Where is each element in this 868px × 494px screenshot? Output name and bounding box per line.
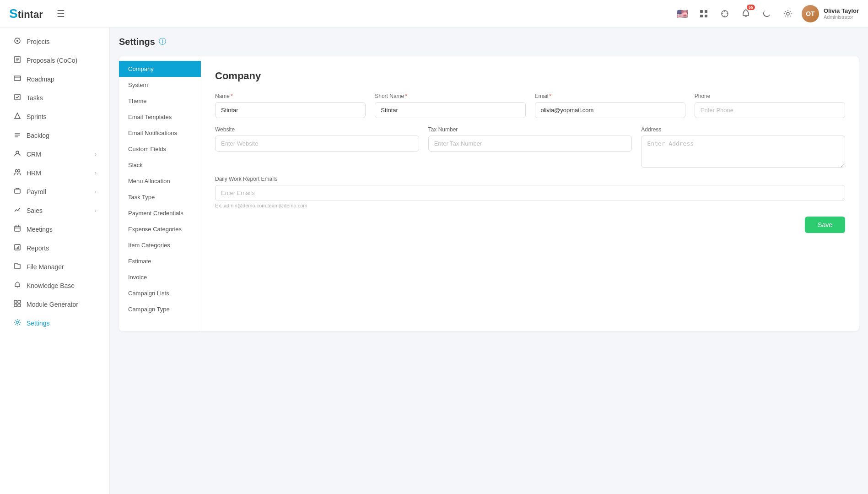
svg-rect-38	[14, 304, 17, 307]
daily-report-label: Daily Work Report Emails	[215, 176, 845, 182]
settings-nav-email-templates[interactable]: Email Templates	[119, 109, 201, 125]
svg-rect-3	[705, 15, 707, 17]
sidebar-item-knowledge-base[interactable]: Knowledge Base	[4, 277, 106, 295]
sidebar-label-module-generator: Module Generator	[27, 301, 78, 308]
payroll-chevron-icon: ›	[95, 189, 97, 195]
sidebar-item-tasks[interactable]: Tasks	[4, 89, 106, 107]
name-input[interactable]	[215, 102, 366, 118]
sidebar-item-roadmap[interactable]: Roadmap	[4, 70, 106, 88]
sidebar-label-hrm: HRM	[27, 169, 41, 177]
settings-nav-email-notifications[interactable]: Email Notifications	[119, 125, 201, 141]
svg-rect-26	[15, 189, 20, 193]
page-title: Settings	[119, 37, 155, 47]
sales-chevron-icon: ›	[95, 207, 97, 214]
website-label: Website	[215, 126, 419, 133]
name-group: Name*	[215, 93, 366, 118]
sidebar-label-settings: Settings	[27, 320, 50, 327]
crosshair-icon[interactable]	[717, 6, 732, 21]
hamburger-button[interactable]: ☰	[57, 8, 65, 19]
email-group: Email*	[535, 93, 685, 118]
sidebar-item-backlog[interactable]: Backlog	[4, 126, 106, 145]
notification-bell[interactable]: 55	[739, 6, 753, 21]
settings-nav-campaign-type[interactable]: Campaign Type	[119, 301, 201, 317]
sidebar-label-meetings: Meetings	[27, 226, 53, 233]
settings-nav-theme[interactable]: Theme	[119, 93, 201, 109]
phone-label: Phone	[695, 93, 845, 99]
name-required: *	[231, 93, 233, 99]
settings-nav-estimate[interactable]: Estimate	[119, 253, 201, 269]
settings-sidebar: CompanySystemThemeEmail TemplatesEmail N…	[119, 56, 201, 331]
sidebar-item-payroll[interactable]: Payroll›	[4, 183, 106, 201]
sidebar-label-backlog: Backlog	[27, 132, 49, 139]
phone-group: Phone	[695, 93, 845, 118]
proposals-icon	[13, 56, 22, 65]
sidebar-label-knowledge-base: Knowledge Base	[27, 282, 75, 289]
form-row-3: Daily Work Report Emails Ex. admin@demo.…	[215, 176, 845, 208]
apps-icon[interactable]	[696, 6, 711, 21]
settings-nav-task-type[interactable]: Task Type	[119, 189, 201, 205]
form-footer: Save	[215, 217, 845, 233]
svg-point-23	[16, 151, 19, 154]
dark-mode-toggle[interactable]	[760, 6, 774, 21]
avatar-image: OT	[802, 5, 819, 22]
svg-rect-1	[705, 10, 707, 13]
website-input[interactable]	[215, 136, 419, 152]
sidebar-item-module-generator[interactable]: Module Generator	[4, 295, 106, 314]
roadmap-icon	[13, 75, 22, 84]
form-row-2: Website Tax Number Address	[215, 126, 845, 168]
name-label: Name*	[215, 93, 366, 99]
tax-number-input[interactable]	[428, 136, 632, 152]
sidebar-item-sprints[interactable]: Sprints	[4, 108, 106, 126]
settings-nav-payment-credentials[interactable]: Payment Credentials	[119, 205, 201, 221]
sprints-icon	[13, 112, 22, 121]
short-name-label: Short Name*	[375, 93, 525, 99]
settings-icon[interactable]	[781, 6, 795, 21]
avatar: OT	[802, 5, 819, 22]
sidebar-item-projects[interactable]: Projects	[4, 33, 106, 51]
form-row-1: Name* Short Name* Email*	[215, 93, 845, 118]
sidebar-item-sales[interactable]: Sales›	[4, 201, 106, 220]
sidebar-item-reports[interactable]: Reports	[4, 239, 106, 257]
sidebar-item-crm[interactable]: CRM›	[4, 145, 106, 163]
logo: Stintar	[9, 6, 43, 21]
daily-report-input[interactable]	[215, 185, 845, 201]
user-profile[interactable]: OT Olivia Taylor Administrator	[802, 5, 859, 22]
sidebar-label-sales: Sales	[27, 207, 43, 214]
settings-nav-menu-allocation[interactable]: Menu Allocation	[119, 173, 201, 189]
sidebar-item-proposals[interactable]: Proposals (CoCo)	[4, 51, 106, 70]
flag-icon: 🇺🇸	[677, 8, 688, 19]
user-name: Olivia Taylor	[824, 7, 859, 14]
sidebar-item-meetings[interactable]: Meetings	[4, 220, 106, 239]
language-selector[interactable]: 🇺🇸	[675, 6, 690, 21]
settings-nav-company[interactable]: Company	[119, 61, 201, 77]
settings-nav-slack[interactable]: Slack	[119, 157, 201, 173]
short-name-group: Short Name*	[375, 93, 525, 118]
svg-marker-19	[15, 113, 20, 119]
svg-rect-39	[18, 304, 21, 307]
settings-nav-system[interactable]: System	[119, 77, 201, 93]
hrm-icon	[13, 168, 22, 178]
phone-input[interactable]	[695, 102, 845, 118]
settings-nav-item-categories[interactable]: Item Categories	[119, 237, 201, 253]
address-group: Address	[641, 126, 845, 168]
sales-icon	[13, 206, 22, 215]
settings-nav-expense-categories[interactable]: Expense Categories	[119, 221, 201, 237]
settings-nav-invoice[interactable]: Invoice	[119, 269, 201, 285]
email-input[interactable]	[535, 102, 685, 118]
logo-text: Stintar	[9, 6, 43, 21]
svg-rect-36	[14, 300, 17, 303]
email-label: Email*	[535, 93, 685, 99]
short-name-input[interactable]	[375, 102, 525, 118]
sidebar-label-roadmap: Roadmap	[27, 76, 54, 83]
info-icon: ⓘ	[159, 37, 166, 47]
settings-nav-custom-fields[interactable]: Custom Fields	[119, 141, 201, 157]
sidebar-item-file-manager[interactable]: File Manager	[4, 258, 106, 276]
crm-icon	[13, 150, 22, 159]
address-textarea[interactable]	[641, 136, 845, 168]
sidebar: ProjectsProposals (CoCo)RoadmapTasksSpri…	[0, 27, 110, 494]
sidebar-item-settings[interactable]: Settings	[4, 314, 106, 332]
settings-nav-campaign-lists[interactable]: Campaign Lists	[119, 285, 201, 301]
sidebar-item-hrm[interactable]: HRM›	[4, 164, 106, 182]
svg-point-25	[18, 170, 20, 172]
save-button[interactable]: Save	[805, 217, 845, 233]
